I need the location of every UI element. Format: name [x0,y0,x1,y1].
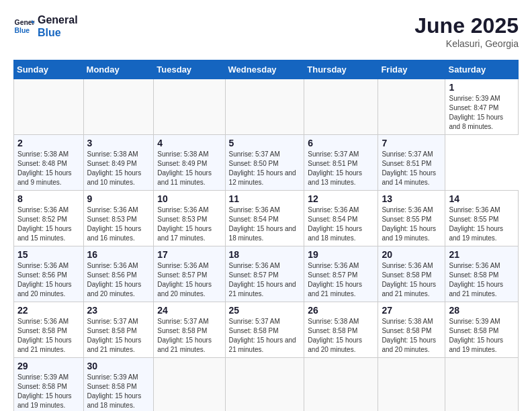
header-tuesday: Tuesday [154,60,225,79]
day-number: 9 [87,193,150,204]
day-info: Sunrise: 5:36 AMSunset: 8:57 PMDaylight:… [157,262,212,298]
table-row: 12 Sunrise: 5:36 AMSunset: 8:54 PMDaylig… [304,191,378,246]
day-number: 29 [17,361,80,371]
table-row: 5 Sunrise: 5:37 AMSunset: 8:50 PMDayligh… [225,135,304,191]
day-number: 4 [157,138,221,148]
table-row [304,79,378,135]
day-number: 26 [308,305,374,316]
day-info: Sunrise: 5:39 AMSunset: 8:58 PMDaylight:… [17,373,72,409]
day-info: Sunrise: 5:38 AMSunset: 8:58 PMDaylight:… [308,318,362,353]
calendar-week-row: 1 Sunrise: 5:39 AMSunset: 8:47 PMDayligh… [14,79,519,135]
table-row: 26 Sunrise: 5:38 AMSunset: 8:58 PMDaylig… [304,302,378,358]
table-row: 4 Sunrise: 5:38 AMSunset: 8:49 PMDayligh… [154,135,225,191]
day-info: Sunrise: 5:36 AMSunset: 8:58 PMDaylight:… [382,262,436,298]
day-number: 3 [87,138,150,148]
day-info: Sunrise: 5:38 AMSunset: 8:49 PMDaylight:… [87,150,142,186]
day-number: 6 [308,138,374,148]
title-block: June 2025 Kelasuri, Georgia [414,13,519,49]
table-row: 1 Sunrise: 5:39 AMSunset: 8:47 PMDayligh… [445,79,519,135]
calendar-week-row: 2 Sunrise: 5:38 AMSunset: 8:48 PMDayligh… [14,135,519,191]
day-number: 30 [87,361,150,371]
table-row [154,79,225,135]
calendar-table: SundayMondayTuesdayWednesdayThursdayFrid… [13,60,519,411]
day-info: Sunrise: 5:36 AMSunset: 8:54 PMDaylight:… [229,206,296,242]
day-info: Sunrise: 5:37 AMSunset: 8:58 PMDaylight:… [157,318,212,353]
day-info: Sunrise: 5:36 AMSunset: 8:55 PMDaylight:… [382,206,436,242]
day-number: 16 [87,249,150,260]
header-friday: Friday [378,60,445,79]
calendar-week-row: 29 Sunrise: 5:39 AMSunset: 8:58 PMDaylig… [14,358,519,412]
day-info: Sunrise: 5:36 AMSunset: 8:56 PMDaylight:… [87,262,142,298]
table-row: 3 Sunrise: 5:38 AMSunset: 8:49 PMDayligh… [83,135,154,191]
table-row: 16 Sunrise: 5:36 AMSunset: 8:56 PMDaylig… [83,246,154,302]
day-info: Sunrise: 5:36 AMSunset: 8:54 PMDaylight:… [308,206,362,242]
table-row [378,79,445,135]
day-number: 24 [157,305,221,316]
logo-line1: General [38,13,78,26]
day-info: Sunrise: 5:36 AMSunset: 8:53 PMDaylight:… [87,206,142,242]
day-info: Sunrise: 5:37 AMSunset: 8:51 PMDaylight:… [382,150,436,186]
day-info: Sunrise: 5:39 AMSunset: 8:58 PMDaylight:… [449,318,503,353]
table-row [445,358,519,412]
table-row: 17 Sunrise: 5:36 AMSunset: 8:57 PMDaylig… [154,246,225,302]
svg-text:Blue: Blue [15,27,30,34]
location: Kelasuri, Georgia [414,38,519,49]
day-number: 21 [449,249,515,260]
table-row: 10 Sunrise: 5:36 AMSunset: 8:53 PMDaylig… [154,191,225,246]
table-row: 11 Sunrise: 5:36 AMSunset: 8:54 PMDaylig… [225,191,304,246]
day-info: Sunrise: 5:38 AMSunset: 8:48 PMDaylight:… [17,150,72,186]
day-number: 28 [449,305,515,316]
table-row [83,79,154,135]
table-row: 30 Sunrise: 5:39 AMSunset: 8:58 PMDaylig… [83,358,154,412]
logo: General Blue General Blue [13,13,78,39]
table-row: 28 Sunrise: 5:39 AMSunset: 8:58 PMDaylig… [445,302,519,358]
header-saturday: Saturday [445,60,519,79]
calendar-week-row: 15 Sunrise: 5:36 AMSunset: 8:56 PMDaylig… [14,246,519,302]
table-row: 9 Sunrise: 5:36 AMSunset: 8:53 PMDayligh… [83,191,154,246]
calendar-header-row: SundayMondayTuesdayWednesdayThursdayFrid… [14,60,519,79]
day-number: 11 [229,193,301,204]
table-row: 29 Sunrise: 5:39 AMSunset: 8:58 PMDaylig… [14,358,84,412]
day-number: 2 [17,138,80,148]
day-info: Sunrise: 5:38 AMSunset: 8:58 PMDaylight:… [382,318,436,353]
day-info: Sunrise: 5:37 AMSunset: 8:51 PMDaylight:… [308,150,362,186]
day-info: Sunrise: 5:36 AMSunset: 8:58 PMDaylight:… [449,262,503,298]
logo-icon: General Blue [13,15,35,37]
table-row: 13 Sunrise: 5:36 AMSunset: 8:55 PMDaylig… [378,191,445,246]
day-number: 15 [17,249,80,260]
day-number: 7 [382,138,441,148]
day-info: Sunrise: 5:36 AMSunset: 8:53 PMDaylight:… [157,206,212,242]
table-row: 24 Sunrise: 5:37 AMSunset: 8:58 PMDaylig… [154,302,225,358]
day-number: 19 [308,249,374,260]
header-sunday: Sunday [14,60,84,79]
logo-line2: Blue [38,26,78,39]
table-row: 22 Sunrise: 5:36 AMSunset: 8:58 PMDaylig… [14,302,84,358]
header-wednesday: Wednesday [225,60,304,79]
day-info: Sunrise: 5:36 AMSunset: 8:52 PMDaylight:… [17,206,72,242]
day-info: Sunrise: 5:39 AMSunset: 8:47 PMDaylight:… [449,95,503,130]
table-row [304,358,378,412]
calendar-week-row: 8 Sunrise: 5:36 AMSunset: 8:52 PMDayligh… [14,191,519,246]
table-row [378,358,445,412]
table-row: 14 Sunrise: 5:36 AMSunset: 8:55 PMDaylig… [445,191,519,246]
day-info: Sunrise: 5:36 AMSunset: 8:57 PMDaylight:… [229,262,296,298]
day-number: 13 [382,193,441,204]
table-row [154,358,225,412]
day-number: 10 [157,193,221,204]
day-number: 18 [229,249,301,260]
day-number: 23 [87,305,150,316]
day-number: 27 [382,305,441,316]
day-info: Sunrise: 5:37 AMSunset: 8:58 PMDaylight:… [229,318,296,353]
day-number: 8 [17,193,80,204]
table-row: 7 Sunrise: 5:37 AMSunset: 8:51 PMDayligh… [378,135,445,191]
day-info: Sunrise: 5:36 AMSunset: 8:57 PMDaylight:… [308,262,362,298]
table-row [225,358,304,412]
table-row [14,79,84,135]
day-info: Sunrise: 5:38 AMSunset: 8:49 PMDaylight:… [157,150,212,186]
day-number: 17 [157,249,221,260]
table-row: 20 Sunrise: 5:36 AMSunset: 8:58 PMDaylig… [378,246,445,302]
month-title: June 2025 [414,13,519,38]
day-number: 22 [17,305,80,316]
table-row: 2 Sunrise: 5:38 AMSunset: 8:48 PMDayligh… [14,135,84,191]
table-row: 21 Sunrise: 5:36 AMSunset: 8:58 PMDaylig… [445,246,519,302]
